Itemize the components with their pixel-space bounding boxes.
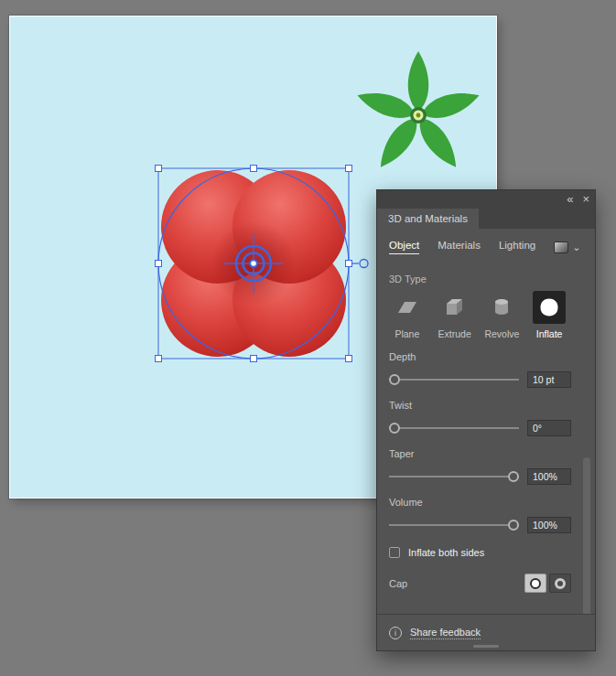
volume-slider-track <box>389 524 519 526</box>
cap-solid-icon <box>530 578 541 589</box>
depth-value-field[interactable] <box>527 371 571 388</box>
extrude-icon <box>438 291 471 324</box>
preset-menu-button[interactable]: ⌄ <box>554 241 580 253</box>
twist-slider-track <box>389 427 519 429</box>
type-plane-button[interactable]: Plane <box>385 291 429 339</box>
selection-handle-n[interactable] <box>251 166 257 172</box>
depth-label: Depth <box>389 351 571 362</box>
twist-value-field[interactable] <box>527 420 571 436</box>
taper-value-field[interactable] <box>527 468 571 485</box>
selection-handle-ne[interactable] <box>346 166 352 172</box>
type-inflate-button[interactable]: Inflate <box>527 291 571 339</box>
panel-tab-3d-and-materials[interactable]: 3D and Materials <box>377 209 479 229</box>
inflate-icon <box>533 291 566 324</box>
volume-label: Volume <box>389 497 571 508</box>
taper-label: Taper <box>389 448 571 459</box>
material-preview-icon <box>554 241 568 253</box>
selection-handle-sw[interactable] <box>156 356 162 362</box>
twist-slider-knob[interactable] <box>389 423 400 434</box>
type-plane-label: Plane <box>394 328 419 339</box>
tab-lighting[interactable]: Lighting <box>499 240 535 254</box>
depth-slider-knob[interactable] <box>389 374 400 385</box>
taper-control: Taper <box>389 448 571 485</box>
inflate-both-sides-checkbox[interactable] <box>389 547 400 558</box>
volume-slider-knob[interactable] <box>508 520 519 531</box>
depth-control: Depth <box>389 351 571 388</box>
info-icon: i <box>389 627 402 639</box>
inflate-both-sides-label: Inflate both sides <box>408 547 484 558</box>
taper-slider[interactable] <box>389 468 519 485</box>
cap-hollow-button[interactable] <box>549 574 571 593</box>
depth-slider[interactable] <box>389 371 519 388</box>
panel-header: « × 3D and Materials <box>377 190 595 229</box>
panel-scrollbar-thumb[interactable] <box>583 457 590 631</box>
selection-handle-se[interactable] <box>346 356 352 362</box>
taper-slider-knob[interactable] <box>508 471 519 482</box>
tab-object[interactable]: Object <box>389 240 419 254</box>
panel-body: Object Materials Lighting ⌄ 3D Type Plan… <box>377 229 595 616</box>
selection-handle-s[interactable] <box>251 356 257 362</box>
revolve-icon <box>485 291 518 324</box>
flower-center-dot <box>416 113 421 118</box>
side-rotate-handle[interactable] <box>360 260 368 268</box>
panel-3d-and-materials: « × 3D and Materials Object Materials Li… <box>376 189 596 651</box>
twist-control: Twist <box>389 400 571 436</box>
type-inflate-label: Inflate <box>536 328 563 339</box>
flower-shape[interactable] <box>354 51 482 173</box>
type-revolve-label: Revolve <box>484 328 519 339</box>
selection-handle-w[interactable] <box>156 261 162 267</box>
panel-resize-grip[interactable] <box>473 645 499 648</box>
chevron-down-icon: ⌄ <box>572 242 580 252</box>
3d-type-options: Plane Extrude <box>385 291 571 339</box>
volume-slider[interactable] <box>389 517 519 533</box>
flower-petal <box>408 51 429 112</box>
type-revolve-button[interactable]: Revolve <box>481 291 524 339</box>
collapse-panel-icon[interactable]: « <box>567 191 573 208</box>
type-extrude-button[interactable]: Extrude <box>433 291 477 339</box>
selection-handle-nw[interactable] <box>156 166 162 172</box>
3d-type-label: 3D Type <box>389 274 571 284</box>
selection-handle-e[interactable] <box>346 261 352 267</box>
tab-materials[interactable]: Materials <box>438 240 481 254</box>
depth-slider-track <box>389 379 519 381</box>
taper-slider-track <box>389 476 519 477</box>
mode-tabs: Object Materials Lighting ⌄ <box>389 229 571 265</box>
twist-slider[interactable] <box>389 420 519 436</box>
cap-hollow-icon <box>555 578 566 589</box>
cap-row: Cap <box>389 574 571 593</box>
panel-title: 3D and Materials <box>388 213 468 224</box>
volume-value-field[interactable] <box>527 517 571 533</box>
cap-label: Cap <box>389 578 407 589</box>
type-extrude-label: Extrude <box>438 328 471 339</box>
inflate-both-sides-row: Inflate both sides <box>389 547 571 558</box>
volume-control: Volume <box>389 497 571 533</box>
plane-icon <box>391 291 424 324</box>
close-panel-icon[interactable]: × <box>582 191 589 208</box>
share-feedback-link[interactable]: Share feedback <box>410 627 481 639</box>
cap-solid-button[interactable] <box>524 574 546 593</box>
twist-label: Twist <box>389 400 571 411</box>
